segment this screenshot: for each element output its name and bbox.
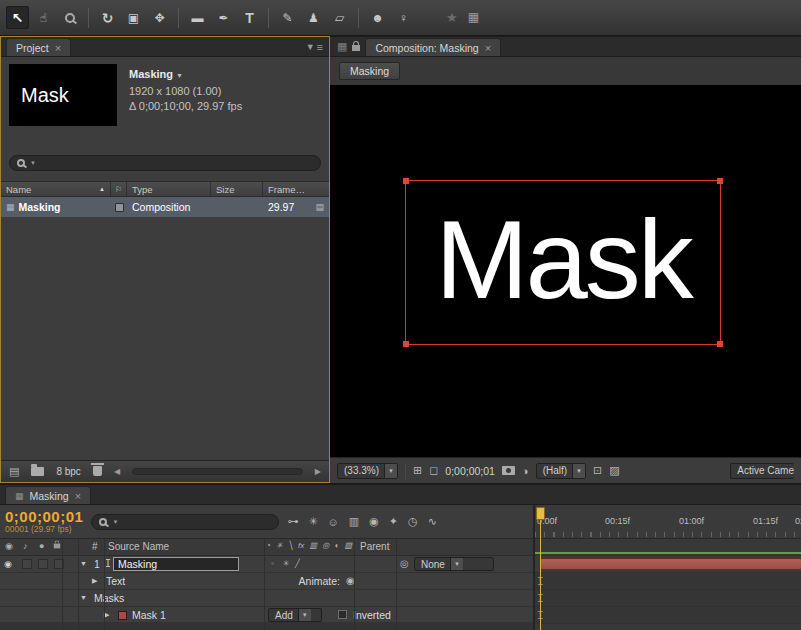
type-tool[interactable]: T [238,6,261,29]
scroll-left-arrow[interactable]: ◀ [114,467,120,476]
mask-vertex-handle[interactable] [717,341,723,347]
transparency-grid-icon[interactable]: ▨ [609,464,619,477]
rectangle-tool[interactable]: ▬ [186,6,209,29]
column-header-size[interactable]: Size [211,182,263,196]
visibility-toggle[interactable]: ◉ [4,559,12,569]
composition-viewer[interactable]: Mask [330,85,801,457]
column-header-parent[interactable]: Parent [360,541,389,552]
brush-tool[interactable]: ✎ [276,6,299,29]
scroll-right-arrow[interactable]: ▶ [315,467,321,476]
pen-tool[interactable]: ✒ [212,6,235,29]
current-time-display[interactable]: 0;00;00;01 00001 (29.97 fps) [5,509,83,534]
text-group-twirl[interactable]: ▶ [92,577,97,585]
mask-mode-dropdown[interactable]: Add ▼ [268,608,322,622]
mask-color-swatch[interactable] [118,611,127,620]
comp-nav-button[interactable]: Masking [339,62,400,80]
horizontal-scrollbar[interactable] [132,468,303,475]
region-of-interest-icon[interactable]: ⊡ [593,464,602,477]
bit-depth-button[interactable]: 8 bpc [56,466,80,477]
layer-collapse-switch[interactable]: ✳ [283,559,290,568]
layer-name-field[interactable]: Masking [113,557,239,571]
time-ruler[interactable]: 0:00f 00:15f 01:00f 01:15f 02:0 [535,505,801,539]
interpret-footage-icon[interactable]: ▤ [9,465,19,478]
mask-track[interactable]: I [535,607,801,624]
column-header-source-name[interactable]: Source Name [108,541,169,552]
parent-dropdown[interactable]: None ▼ [414,557,494,571]
hand-tool[interactable]: ☝ [32,6,55,29]
current-time-indicator-line[interactable] [540,520,541,630]
layer-duration-bar[interactable] [540,558,801,570]
zoom-tool[interactable] [58,6,81,29]
chevron-down-icon[interactable]: ▼ [30,160,36,166]
text-group-row[interactable]: ▶ Text Animate: ◉ [0,573,533,590]
layer-shy-switch[interactable]: ◦ [271,559,274,568]
comp-mini-flowchart-icon[interactable]: ⊶ [287,515,298,528]
comp-thumbnail[interactable]: Mask [9,64,117,126]
brainstorm-icon[interactable]: ✦ [389,515,398,528]
lock-icon[interactable] [352,45,360,51]
inverted-checkbox[interactable] [338,610,347,619]
mask-vertex-handle[interactable] [717,178,723,184]
column-header-label[interactable]: ⚐ [111,182,127,196]
star-icon[interactable]: ★ [446,10,458,25]
mask-outline[interactable]: Mask [405,180,721,345]
current-time-indicator[interactable] [536,507,545,520]
close-icon[interactable]: × [485,43,491,53]
layer-twirl-open[interactable]: ▼ [80,560,87,567]
masks-group-track[interactable]: I [535,590,801,607]
auto-keyframe-icon[interactable]: ◷ [408,515,418,528]
project-list-empty-area[interactable] [1,217,329,460]
rotation-tool[interactable]: ↻ [96,6,119,29]
column-header-type[interactable]: Type [127,182,211,196]
show-channel-icon[interactable]: ◑ [522,465,529,477]
mask-name[interactable]: Mask 1 [132,609,166,621]
text-layer-content[interactable]: Mask [435,203,691,315]
magnification-dropdown[interactable]: (33.3%) ▼ [337,463,398,479]
panel-menu-button[interactable]: ▼ ≡ [306,41,323,53]
project-item-row[interactable]: ▦ Masking Composition 29.97 ▤ [1,197,329,217]
composition-tab[interactable]: Composition: Masking × [365,38,501,56]
timeline-search-input[interactable]: ▼ [91,514,279,530]
chevron-down-icon[interactable]: ▼ [176,72,183,79]
workspace-icon[interactable]: ▦ [468,10,479,25]
item-label-cell[interactable] [111,197,127,217]
new-folder-icon[interactable] [31,466,44,478]
clone-stamp-tool[interactable]: ♟ [302,6,325,29]
timeline-tab[interactable]: ▦ Masking × [5,486,91,504]
column-header-name[interactable]: Name ▲ [1,182,111,196]
parent-pickwhip-icon[interactable]: ◎ [400,558,409,569]
text-group-track[interactable]: I [535,573,801,590]
selection-tool[interactable]: ↖ [6,6,29,29]
camera-view-dropdown[interactable]: Active Came [730,463,794,479]
roto-brush-tool[interactable]: ☻ [366,6,389,29]
masks-group-row[interactable]: ▼ Masks [0,590,533,607]
frame-blending-icon[interactable]: ▥ [349,515,359,528]
close-icon[interactable]: × [75,491,81,501]
mask-vertex-handle[interactable] [403,341,409,347]
trash-icon[interactable] [93,466,102,478]
grid-options-icon[interactable]: ⊞ [413,464,422,477]
masks-group-twirl[interactable]: ▼ [80,594,87,601]
pan-behind-tool[interactable]: ✥ [148,6,171,29]
layer-track[interactable] [535,556,801,573]
layer-row[interactable]: ◉ ▼ 1 I Masking ◦ ✳ ╱ ◎ None [0,556,533,573]
graph-editor-icon[interactable]: ∿ [428,515,437,528]
project-search-input[interactable]: ▼ [9,155,321,171]
mask-visibility-icon[interactable]: ◻ [429,464,438,477]
mask-vertex-handle[interactable] [403,178,409,184]
column-header-frame-rate[interactable]: Frame… [263,182,329,196]
panel-grip-icon[interactable]: ▦ [337,40,347,53]
unified-camera-tool[interactable]: ▣ [122,6,145,29]
eraser-tool[interactable]: ▱ [328,6,351,29]
motion-blur-icon[interactable]: ◉ [369,515,379,528]
project-tab[interactable]: Project × [6,38,71,56]
audio-toggle[interactable] [22,559,32,569]
puppet-pin-tool[interactable]: ♀ [392,6,415,29]
layer-quality-switch[interactable]: ╱ [295,559,300,568]
close-icon[interactable]: × [55,43,61,53]
snapshot-icon[interactable] [502,465,515,477]
shy-layers-icon[interactable]: ☺ [328,516,339,528]
comp-timecode[interactable]: 0;00;00;01 [445,465,495,477]
chevron-down-icon[interactable]: ▼ [112,519,118,525]
resolution-dropdown[interactable]: (Half) ▼ [536,463,586,479]
